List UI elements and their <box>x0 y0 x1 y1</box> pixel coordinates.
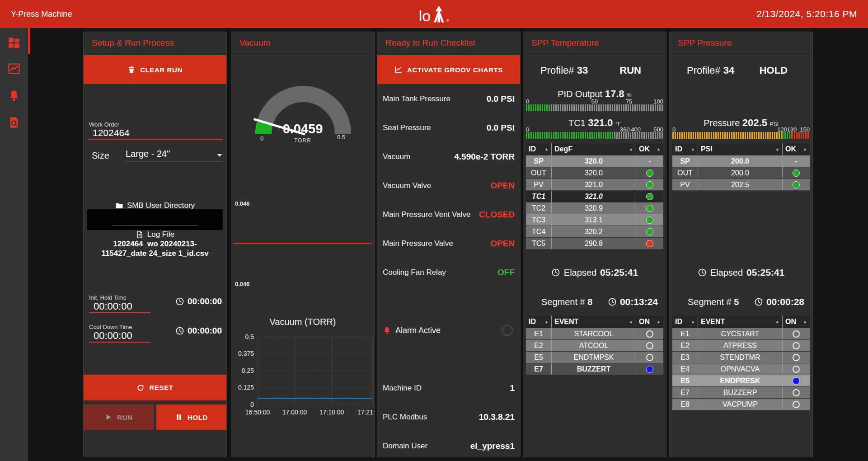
col-header-event[interactable]: EVENT▲ <box>698 316 783 328</box>
col-header-ok[interactable]: OK▲ <box>783 143 810 155</box>
table-row[interactable]: TC2 320.9 <box>526 202 663 214</box>
table-row[interactable]: TC5 290.8 <box>526 238 663 249</box>
sidebar-item-dashboard[interactable] <box>8 37 20 49</box>
sort-icon: ▲ <box>803 147 807 151</box>
row-id: SP <box>526 155 551 167</box>
event-row[interactable]: E7 BUZZERT <box>526 363 663 375</box>
table-row[interactable]: OUT 200.0 <box>672 167 810 179</box>
run-button[interactable]: RUN <box>84 405 154 430</box>
col-header-id[interactable]: ID▲ <box>526 316 551 328</box>
col-header-value[interactable]: PSI▲ <box>698 143 783 155</box>
checklist-row: Seal Pressure 0.0 PSI <box>383 118 515 138</box>
event-id: E5 <box>672 375 698 386</box>
event-row[interactable]: E3 STENDTMR <box>672 352 810 363</box>
active-nav-indicator <box>28 28 30 54</box>
sort-icon: ▲ <box>544 320 549 324</box>
size-dropdown[interactable]: Large - 24" <box>126 149 223 161</box>
event-row[interactable]: E5 ENDTMPSK <box>526 352 663 363</box>
table-row[interactable]: TC3 313.1 <box>526 214 663 226</box>
event-row[interactable]: E4 OPNVACVA <box>672 363 810 375</box>
vacuum-gauge-units: TORR <box>231 137 374 144</box>
info-row-value: 10.3.8.21 <box>479 412 515 422</box>
scale-tick: 50 <box>591 98 598 105</box>
hold-label: HOLD <box>188 414 208 421</box>
hold-button[interactable]: HOLD <box>156 405 226 430</box>
alarm-label: Alarm Active <box>395 326 441 335</box>
checklist-row: Vacuum Valve OPEN <box>383 176 515 196</box>
status-dash: - <box>795 157 797 165</box>
row-value: 321.0 <box>551 191 636 202</box>
col-header-ok[interactable]: OK▲ <box>636 143 663 155</box>
smb-directory-link[interactable]: SMB User Directory <box>84 201 226 210</box>
row-value: 200.0 <box>698 167 783 179</box>
panel-spp-temperature: SPP Temperature Profile# 33 RUN PID Outp… <box>523 32 666 457</box>
clear-run-button[interactable]: CLEAR RUN <box>84 55 226 84</box>
table-row[interactable]: SP 320.0 - <box>526 155 663 167</box>
scale-tick: 0 <box>526 98 529 105</box>
col-header-on[interactable]: ON▲ <box>783 316 810 328</box>
col-header-id[interactable]: ID▲ <box>672 143 698 155</box>
row-value: 320.0 <box>551 155 636 167</box>
segment-timer: 00:00:28 <box>754 296 804 307</box>
table-row[interactable]: TC4 320.2 <box>526 226 663 238</box>
log-file-link[interactable]: Log File <box>84 230 226 239</box>
pid-output-bar <box>526 104 663 111</box>
col-header-value[interactable]: DegF▲ <box>551 143 636 155</box>
table-row[interactable]: PV 321.0 <box>526 179 663 191</box>
checklist-row: Main Pressure Vent Valve CLOSED <box>383 205 515 225</box>
event-row[interactable]: E2 ATPRESS <box>672 340 810 352</box>
event-row[interactable]: E1 CYCSTART <box>672 328 810 340</box>
panel-setup-run: Setup & Run Process CLEAR RUN Work Order… <box>83 32 227 457</box>
event-row[interactable]: E8 VACPUMP <box>672 399 810 410</box>
cool-down-timer: 00:00:00 <box>175 326 222 336</box>
event-id: E7 <box>672 387 698 398</box>
row-value: 320.9 <box>551 202 636 214</box>
col-header-event[interactable]: EVENT▲ <box>551 316 636 328</box>
activate-groov-charts-button[interactable]: ACTIVATE GROOV CHARTS <box>377 55 520 84</box>
sidebar-item-trends[interactable] <box>8 62 20 75</box>
run-hold-group: RUN HOLD <box>84 405 226 430</box>
event-status <box>783 387 810 398</box>
cool-down-input[interactable]: 00:00:00 <box>94 330 132 342</box>
event-row[interactable]: E1 STARCOOL <box>526 328 663 340</box>
event-status <box>783 328 810 339</box>
event-name: OPNVACVA <box>698 363 783 375</box>
event-status <box>783 340 810 351</box>
table-row[interactable]: OUT 320.0 <box>526 167 663 179</box>
sort-icon: ▲ <box>691 147 695 151</box>
status-led <box>793 366 800 373</box>
table-row[interactable]: PV 202.5 <box>672 179 810 191</box>
work-order-label: Work Order <box>89 121 119 128</box>
event-row[interactable]: E2 ATCOOL <box>526 340 663 352</box>
status-led <box>646 193 653 200</box>
cool-down-timer-value: 00:00:00 <box>188 326 222 336</box>
event-row[interactable]: E7 BUZZERP <box>672 387 810 399</box>
init-hold-input[interactable]: 00:00:00 <box>94 301 132 312</box>
info-row-label: Machine ID <box>383 384 422 393</box>
activate-groov-charts-label: ACTIVATE GROOV CHARTS <box>407 66 503 74</box>
col-header-on[interactable]: ON▲ <box>636 316 663 328</box>
event-row[interactable]: E5 ENDPRESK <box>672 375 810 387</box>
reset-button[interactable]: RESET <box>84 375 226 400</box>
checklist-row-value: OFF <box>497 268 515 278</box>
work-order-input[interactable]: 1202464 <box>93 127 130 138</box>
row-value: 313.1 <box>551 214 636 226</box>
event-name: CYCSTART <box>698 328 783 339</box>
sidebar-item-alarms[interactable] <box>8 89 20 102</box>
row-status <box>783 179 810 190</box>
table-row[interactable]: TC1 321.0 <box>526 191 663 202</box>
row-status <box>783 167 810 179</box>
log-file-label: Log File <box>147 230 174 239</box>
col-header-id[interactable]: ID▲ <box>526 143 551 155</box>
event-status <box>636 352 663 363</box>
profile-row: Profile# 33 RUN <box>540 64 641 77</box>
table-row[interactable]: SP 200.0 - <box>672 155 810 167</box>
row-id: TC5 <box>526 238 551 249</box>
sidebar-item-logs[interactable] <box>8 116 20 129</box>
status-led <box>646 366 653 373</box>
col-header-id[interactable]: ID▲ <box>672 316 698 328</box>
checklist-row: Cooling Fan Relay OFF <box>383 263 515 282</box>
table-header-row: ID▲ EVENT▲ ON▲ <box>672 316 810 328</box>
checklist-row-label: Main Pressure Vent Valve <box>383 210 470 219</box>
status-led <box>793 169 800 177</box>
